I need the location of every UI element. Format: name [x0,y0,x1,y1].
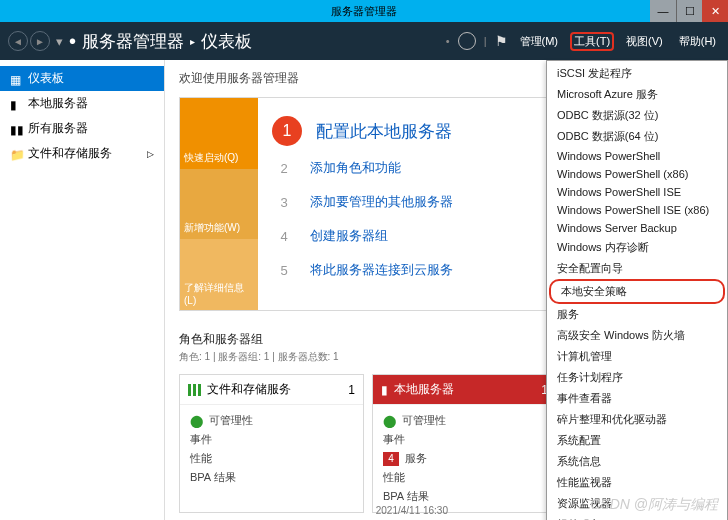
breadcrumb-current: 仪表板 [201,30,252,53]
tile-row[interactable]: 性能 [383,468,546,487]
tools-item-azure[interactable]: Microsoft Azure 服务 [547,84,727,105]
storage-tile-icon [188,384,191,396]
timestamp: 2021/4/11 16:30 [376,505,448,516]
status-ok-icon: ⬤ [383,414,396,428]
flag-icon[interactable]: ⚑ [495,33,508,49]
tile-row[interactable]: BPA 结果 [383,487,546,506]
sidebar: ▦仪表板 ▮本地服务器 ▮▮所有服务器 📁文件和存储服务▷ [0,60,165,520]
tile-row[interactable]: 4服务 [383,449,546,468]
tools-item-defrag[interactable]: 碎片整理和优化驱动器 [547,409,727,430]
server-icon: ▮ [10,98,22,110]
tile-row[interactable]: ⬤可管理性 [383,411,546,430]
tools-item-odbc32[interactable]: ODBC 数据源(32 位) [547,105,727,126]
up-button[interactable]: ▾ [56,34,63,49]
sidebar-item-dashboard[interactable]: ▦仪表板 [0,66,164,91]
tools-item-task-scheduler[interactable]: 任务计划程序 [547,367,727,388]
chevron-right-icon: ▸ [190,36,195,47]
chevron-right-icon: ▷ [147,149,154,159]
menu-tools[interactable]: 工具(T) [570,32,614,51]
tools-item-component-services[interactable]: 组件服务 [547,514,727,520]
sidebar-item-all[interactable]: ▮▮所有服务器 [0,116,164,141]
tile-row[interactable]: 事件 [190,430,353,449]
close-button[interactable]: ✕ [702,0,728,22]
window-title: 服务器管理器 [331,4,397,19]
tile-storage[interactable]: 文件和存储服务 1 ⬤可管理性 事件 性能 BPA 结果 [179,374,364,513]
tile-storage-header: 文件和存储服务 1 [180,375,363,405]
forward-button[interactable]: ► [30,31,50,51]
tools-item-powershell-ise[interactable]: Windows PowerShell ISE [547,183,727,201]
maximize-button[interactable]: ☐ [676,0,702,22]
window-controls: — ☐ ✕ [650,0,728,22]
sidebar-item-storage[interactable]: 📁文件和存储服务▷ [0,141,164,166]
tools-item-sysinfo[interactable]: 系统信息 [547,451,727,472]
tools-item-powershell-ise-x86[interactable]: Windows PowerShell ISE (x86) [547,201,727,219]
watermark: CSDN @阿涛与编程 [590,496,718,514]
tools-item-odbc64[interactable]: ODBC 数据源(64 位) [547,126,727,147]
error-count-badge: 4 [383,452,399,466]
tile-row[interactable]: 性能 [190,449,353,468]
server-tile-icon: ▮ [381,383,388,397]
breadcrumb: 服务器管理器 ▸ 仪表板 [82,30,252,53]
header-bar: ◄ ► ▾ • 服务器管理器 ▸ 仪表板 • | ⚑ 管理(M) 工具(T) 视… [0,22,728,60]
tab-quickstart[interactable]: 快速启动(Q) [180,98,258,169]
tile-row[interactable]: 事件 [383,430,546,449]
tools-menu-dropdown: iSCSI 发起程序 Microsoft Azure 服务 ODBC 数据源(3… [546,60,728,520]
welcome-tabs: 快速启动(Q) 新增功能(W) 了解详细信息(L) [180,98,258,310]
tools-item-event-viewer[interactable]: 事件查看器 [547,388,727,409]
tools-item-powershell-x86[interactable]: Windows PowerShell (x86) [547,165,727,183]
tools-item-services[interactable]: 服务 [547,304,727,325]
tools-item-powershell[interactable]: Windows PowerShell [547,147,727,165]
tile-local-server[interactable]: ▮ 本地服务器 1 ⬤可管理性 事件 4服务 性能 BPA 结果 [372,374,557,513]
tools-item-perfmon[interactable]: 性能监视器 [547,472,727,493]
menu-help[interactable]: 帮助(H) [675,32,720,51]
tools-item-security-wizard[interactable]: 安全配置向导 [547,258,727,279]
tab-learnmore[interactable]: 了解详细信息(L) [180,239,258,310]
tools-item-computer-mgmt[interactable]: 计算机管理 [547,346,727,367]
tile-local-header: ▮ 本地服务器 1 [373,375,556,405]
tools-item-firewall[interactable]: 高级安全 Windows 防火墙 [547,325,727,346]
tools-item-memory-diag[interactable]: Windows 内存诊断 [547,237,727,258]
tools-item-server-backup[interactable]: Windows Server Backup [547,219,727,237]
bullet-icon: • [69,30,76,53]
tab-whatsnew[interactable]: 新增功能(W) [180,169,258,240]
tools-item-sysconfig[interactable]: 系统配置 [547,430,727,451]
back-button[interactable]: ◄ [8,31,28,51]
tile-storage-body: ⬤可管理性 事件 性能 BPA 结果 [180,405,363,493]
title-bar: 服务器管理器 — ☐ ✕ [0,0,728,22]
tile-local-body: ⬤可管理性 事件 4服务 性能 BPA 结果 [373,405,556,512]
header-actions: • | ⚑ 管理(M) 工具(T) 视图(V) 帮助(H) [446,32,720,51]
storage-icon: 📁 [10,148,22,160]
menu-manage[interactable]: 管理(M) [516,32,563,51]
tools-item-iscsi[interactable]: iSCSI 发起程序 [547,63,727,84]
refresh-icon[interactable] [458,32,476,50]
menu-view[interactable]: 视图(V) [622,32,667,51]
nav-buttons: ◄ ► [8,31,50,51]
tile-row[interactable]: BPA 结果 [190,468,353,487]
tools-item-local-security-policy[interactable]: 本地安全策略 [549,279,725,304]
sidebar-item-local[interactable]: ▮本地服务器 [0,91,164,116]
dashboard-icon: ▦ [10,73,22,85]
minimize-button[interactable]: — [650,0,676,22]
status-ok-icon: ⬤ [190,414,203,428]
tile-row[interactable]: ⬤可管理性 [190,411,353,430]
breadcrumb-root[interactable]: 服务器管理器 [82,30,184,53]
servers-icon: ▮▮ [10,123,22,135]
